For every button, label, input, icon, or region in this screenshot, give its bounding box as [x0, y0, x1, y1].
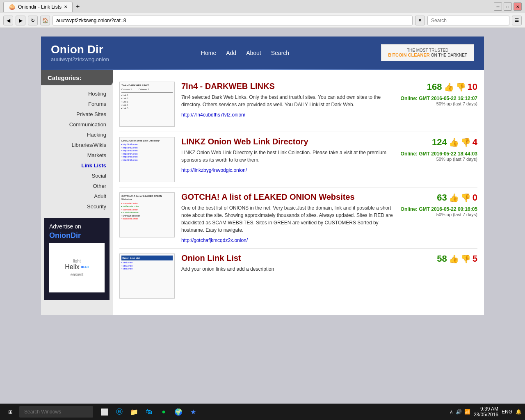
- nav-about[interactable]: About: [246, 50, 261, 56]
- listing-linkz: LINKZ Onion Web Link Directory ▪ http://…: [119, 132, 477, 187]
- start-button[interactable]: ⊞: [3, 407, 18, 408]
- listing-title-gotcha[interactable]: GOTCHA! A list of LEAKED ONION Websites: [181, 192, 394, 202]
- ad-bitcoin: BITCOIN CLEANER ON THE DARKNET: [388, 52, 467, 57]
- forward-button[interactable]: ▶: [16, 16, 25, 25]
- vote-up-count-linkz: 124: [432, 137, 447, 148]
- sidebar-item-forums[interactable]: Forums: [41, 99, 113, 109]
- minimize-button[interactable]: ─: [494, 2, 502, 11]
- address-bar[interactable]: [52, 16, 413, 25]
- thumbs-up-icon-7in4[interactable]: 👍: [444, 82, 454, 92]
- thumbs-down-icon-linkz[interactable]: 👎: [461, 137, 471, 147]
- helix-ad: light Helix easiest: [49, 243, 105, 292]
- site-logo-area: Onion Dir auutwvpt2zktxwng.onion: [51, 43, 109, 62]
- thumb-mockup-7in4: 7In4 - DARKWEB LINKS Column 1Column 2 ▪ …: [121, 84, 173, 110]
- app3-icon[interactable]: ★: [187, 405, 200, 407]
- listing-meta-linkz: 124 👍 👎 4 Online: GMT 2016-05-22 18:44:0…: [401, 137, 477, 182]
- sidebar-item-other[interactable]: Other: [41, 181, 113, 191]
- sidebar-item-private-sites[interactable]: Private Sites: [41, 109, 113, 119]
- thumb-mockup-onionlinklist: Onion Link List ▪ site1.onion ▪ site2.on…: [121, 256, 173, 271]
- thumbs-down-icon-onionlinklist[interactable]: 👎: [461, 254, 471, 264]
- back-button[interactable]: ◀: [3, 16, 13, 25]
- home-button[interactable]: 🏠: [40, 16, 50, 25]
- thumbs-down-icon-7in4[interactable]: 👎: [456, 82, 466, 92]
- taskbar-right: ∧ 🔊 📶 9:39 AM 23/05/2016 ENG 🔔: [450, 406, 522, 407]
- nav-search[interactable]: Search: [271, 50, 289, 56]
- listing-url-gotcha[interactable]: http://gotchafjkmcqdz2x.onion/: [181, 237, 248, 243]
- thumbs-up-icon-gotcha[interactable]: 👍: [449, 193, 459, 203]
- listing-desc-7in4: 7in4 selected Dark Web Links. Only the b…: [181, 94, 394, 108]
- content-area: Categories: Hosting Forums Private Sites…: [41, 70, 484, 315]
- close-window-button[interactable]: ✕: [514, 2, 522, 11]
- sidebar-item-link-lists[interactable]: Link Lists: [41, 160, 113, 171]
- sidebar-item-security[interactable]: Security: [41, 201, 113, 212]
- listing-meta-gotcha: 63 👍 👎 0 Online: GMT 2016-05-22 00:16:05…: [401, 192, 477, 243]
- site-nav: Home Add About Search: [201, 50, 289, 56]
- votes-row-linkz: 124 👍 👎 4: [401, 137, 477, 148]
- online-status-gotcha: Online: GMT 2016-05-22 00:16:05: [401, 206, 477, 212]
- browser-tab[interactable]: 🧅 Oniondir - Link Lists ✕: [3, 2, 73, 12]
- sidebar-ad[interactable]: Advertise on OnionDir light Helix: [44, 218, 110, 300]
- new-tab-button[interactable]: +: [73, 1, 83, 12]
- ad-text1: THE MOST TRUSTED: [388, 48, 467, 52]
- listing-title-7in4[interactable]: 7In4 - DARKWEB LINKS: [181, 82, 394, 91]
- ad-title: Advertise on: [49, 223, 105, 230]
- online-status-linkz: Online: GMT 2016-05-22 18:44:03: [401, 151, 477, 157]
- listing-info-gotcha: GOTCHA! A list of LEAKED ONION Websites …: [181, 192, 394, 243]
- sidebar-item-markets[interactable]: Markets: [41, 150, 113, 160]
- listing-url-linkz[interactable]: http://linkzbyg4nwodgic.onion/: [181, 167, 247, 173]
- refresh-button[interactable]: ↻: [28, 16, 38, 25]
- sidebar: Categories: Hosting Forums Private Sites…: [41, 70, 113, 315]
- page-wrapper: Onion Dir auutwvpt2zktxwng.onion Home Ad…: [0, 28, 525, 407]
- vote-up-count-7in4: 168: [427, 82, 442, 92]
- listing-gotcha: GOTCHA! A list of LEAKED ONION Websites …: [119, 187, 477, 249]
- file-explorer-icon[interactable]: 📁: [128, 405, 141, 407]
- sidebar-item-hosting[interactable]: Hosting: [41, 89, 113, 99]
- votes-row-gotcha: 63 👍 👎 0: [401, 192, 477, 203]
- ad-brand: OnionDir: [49, 231, 105, 240]
- listing-thumb-7in4: 7In4 - DARKWEB LINKS Column 1Column 2 ▪ …: [119, 82, 175, 127]
- tab-close-button[interactable]: ✕: [64, 5, 67, 9]
- listing-title-linkz[interactable]: LINKZ Onion Web Link Directory: [181, 137, 394, 146]
- listing-info-7in4: 7In4 - DARKWEB LINKS 7in4 selected Dark …: [181, 82, 394, 127]
- sidebar-item-hacking[interactable]: Hacking: [41, 130, 113, 140]
- listing-thumb-linkz: LINKZ Onion Web Link Directory ▪ http://…: [119, 137, 175, 182]
- vote-up-count-onionlinklist: 58: [437, 253, 447, 264]
- browser-menu-button[interactable]: ≡: [512, 16, 522, 25]
- taskbar-search-input[interactable]: [19, 406, 93, 407]
- browser-chrome: 🧅 Oniondir - Link Lists ✕ + ─ □ ✕ ◀ ▶ ↻ …: [0, 0, 525, 28]
- app2-icon[interactable]: 🌍: [172, 405, 185, 407]
- sidebar-item-communication[interactable]: Communication: [41, 119, 113, 130]
- thumbs-up-icon-onionlinklist[interactable]: 👍: [449, 254, 459, 264]
- listing-meta-7in4: 168 👍 👎 10 Online: GMT 2016-05-22 16:12:…: [401, 82, 477, 127]
- title-bar: 🧅 Oniondir - Link Lists ✕ + ─ □ ✕: [0, 0, 525, 13]
- listing-desc-linkz: LINKZ Onion Web Link Directory is the be…: [181, 149, 394, 164]
- listing-7in4: 7In4 - DARKWEB LINKS Column 1Column 2 ▪ …: [119, 77, 477, 132]
- browser-search-input[interactable]: [427, 16, 509, 25]
- task-view-icon[interactable]: ⬜: [98, 405, 111, 407]
- helix-dots: [81, 266, 89, 268]
- listing-meta-onionlinklist: 58 👍 👎 5: [404, 253, 477, 299]
- app1-icon[interactable]: ●: [157, 405, 170, 407]
- votes-row-7in4: 168 👍 👎 10: [401, 82, 477, 92]
- store-icon[interactable]: 🛍: [142, 405, 155, 407]
- listing-desc-onionlinklist: Add your onion links and add a descripti…: [181, 265, 397, 273]
- maximize-button[interactable]: □: [504, 2, 512, 11]
- vote-down-count-linkz: 4: [472, 137, 477, 148]
- uptime-gotcha: 50% up (last 7 days): [401, 212, 477, 217]
- header-ad[interactable]: THE MOST TRUSTED BITCOIN CLEANER ON THE …: [381, 44, 474, 61]
- nav-add[interactable]: Add: [226, 50, 236, 56]
- sidebar-item-adult[interactable]: Adult: [41, 191, 113, 201]
- thumbs-down-icon-gotcha[interactable]: 👎: [461, 193, 471, 203]
- edge-icon[interactable]: ⓔ: [113, 405, 126, 407]
- sidebar-item-social[interactable]: Social: [41, 171, 113, 181]
- listing-title-onionlinklist[interactable]: Onion Link List: [181, 253, 397, 263]
- taskbar: ⊞ ⬜ ⓔ 📁 🛍 ● 🌍 ★ ∧ 🔊 📶 9:39 AM 23/05/2016…: [0, 404, 525, 407]
- listing-info-onionlinklist: Onion Link List Add your onion links and…: [181, 253, 397, 299]
- sidebar-heading: Categories:: [41, 70, 113, 85]
- listing-url-7in4[interactable]: http://7ln4cubdfhs7tvtz.onion/: [181, 112, 245, 118]
- site-header: Onion Dir auutwvpt2zktxwng.onion Home Ad…: [41, 37, 484, 69]
- thumbs-up-icon-linkz[interactable]: 👍: [449, 137, 459, 147]
- nav-home[interactable]: Home: [201, 50, 216, 56]
- site-container: Onion Dir auutwvpt2zktxwng.onion Home Ad…: [41, 37, 484, 315]
- sidebar-item-libraries[interactable]: Libraries/Wikis: [41, 140, 113, 150]
